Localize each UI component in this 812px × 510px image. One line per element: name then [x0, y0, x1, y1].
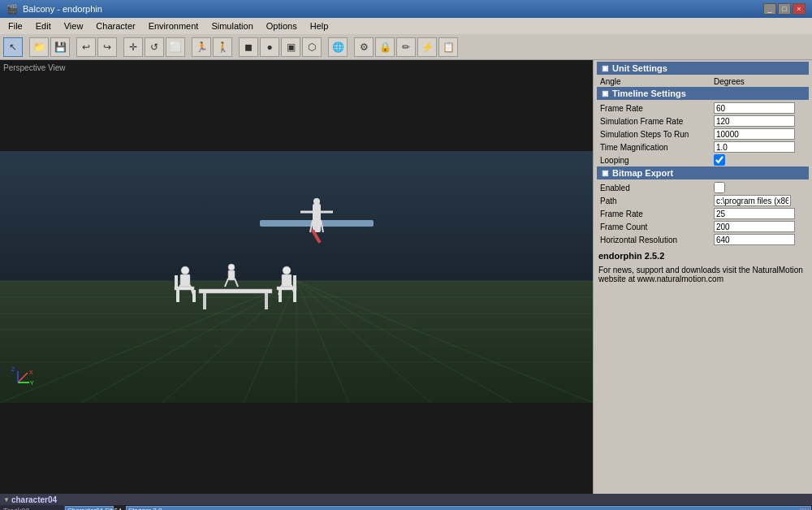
sim-frame-rate-input[interactable] [714, 115, 795, 127]
svg-rect-44 [228, 270, 235, 280]
char-button2[interactable]: 🚶 [213, 37, 232, 57]
track-row: Track02 Character04 Sitting 64 64 Stagge… [0, 505, 812, 510]
sim-button3[interactable]: ✏ [396, 37, 416, 57]
toolbar: ↖ 📁 💾 ↩ ↪ ✛ ↺ ⬜ 🏃 🚶 ◼ ● ▣ ⬡ 🌐 ⚙ 🔒 ✏ ⚡ 📋 [0, 34, 812, 60]
char-button1[interactable]: 🏃 [192, 37, 211, 57]
menu-environment[interactable]: Environment [142, 19, 205, 32]
svg-rect-24 [199, 289, 272, 293]
view-button2[interactable]: ● [260, 37, 279, 57]
select-tool-button[interactable]: ↖ [3, 37, 23, 57]
frame-rate-label: Frame Rate [600, 104, 714, 113]
svg-text:X: X [29, 370, 33, 375]
scene-svg: X Y Z [0, 60, 593, 494]
timeline-settings-header[interactable]: ▣ Timeline Settings [597, 87, 809, 100]
track-group-character04: ▼ character04 Track02 Character04 Sittin… [0, 494, 812, 510]
version-text: endorphin 2.5.2 [594, 248, 812, 264]
frame-count-label: Frame Count [600, 223, 714, 231]
path-input[interactable] [714, 195, 791, 206]
angle-value: Degrees [714, 77, 806, 86]
frame-rate2-input[interactable] [714, 208, 795, 219]
sim-steps-input[interactable] [714, 128, 795, 140]
menu-options[interactable]: Options [260, 19, 304, 32]
time-mag-label: Time Magnification [600, 143, 714, 152]
sim-steps-label: Simulation Steps To Run [600, 130, 714, 139]
close-button[interactable]: × [793, 3, 806, 15]
minimize-button[interactable]: _ [763, 3, 776, 15]
svg-text:Z: Z [11, 366, 15, 372]
menu-simulation[interactable]: Simulation [205, 19, 259, 32]
rotate-button[interactable]: ↺ [145, 37, 164, 57]
menu-edit[interactable]: Edit [29, 19, 58, 32]
frame-rate-input[interactable] [714, 102, 795, 114]
svg-rect-34 [293, 275, 296, 290]
frame-count-input[interactable] [714, 221, 795, 232]
menubar: File Edit View Character Environment Sim… [0, 18, 812, 34]
scale-button[interactable]: ⬜ [166, 37, 185, 57]
globe-button[interactable]: 🌐 [328, 37, 348, 57]
svg-rect-36 [180, 274, 190, 287]
view-button4[interactable]: ⬡ [302, 37, 322, 57]
undo-button[interactable]: ↩ [76, 37, 96, 57]
horiz-res-input[interactable] [714, 234, 795, 245]
svg-point-35 [181, 266, 189, 274]
horiz-res-label: Horizontal Resolution [600, 236, 714, 244]
time-mag-input[interactable] [714, 141, 795, 153]
translate-button[interactable]: ✛ [123, 37, 143, 57]
menu-file[interactable]: File [2, 19, 29, 32]
svg-rect-30 [175, 275, 178, 290]
save-button[interactable]: 💾 [50, 37, 70, 57]
svg-point-21 [313, 198, 320, 205]
title-text: Balcony - endorphin [23, 4, 102, 14]
redo-button[interactable]: ↪ [97, 37, 117, 57]
sim-button4[interactable]: ⚡ [417, 37, 437, 57]
website-text: For news, support and downloads visit th… [594, 264, 812, 285]
svg-point-43 [228, 264, 235, 270]
clip-char04-stagger[interactable]: Stagger 2.0 [126, 506, 811, 510]
menu-view[interactable]: View [58, 19, 90, 32]
svg-text:Y: Y [30, 380, 34, 386]
svg-point-39 [283, 266, 291, 274]
open-button[interactable]: 📁 [29, 37, 49, 57]
angle-label: Angle [600, 77, 714, 86]
clip-char04-sitting[interactable]: Character04 Sitting [65, 506, 114, 510]
frame-rate2-label: Frame Rate [600, 210, 714, 218]
svg-rect-40 [282, 274, 292, 287]
unit-settings-header[interactable]: ▣ Unit Settings [597, 62, 809, 75]
timeline-area: ▼ character04 Track02 Character04 Sittin… [0, 494, 812, 510]
svg-rect-25 [203, 293, 206, 309]
viewport[interactable]: Perspective View [0, 60, 593, 494]
view-button1[interactable]: ◼ [239, 37, 258, 57]
titlebar: 🎬 Balcony - endorphin _ □ × [0, 0, 812, 18]
sim-button2[interactable]: 🔒 [375, 37, 395, 57]
menu-help[interactable]: Help [304, 19, 335, 32]
title-icon: 🎬 [6, 4, 18, 15]
sim-frame-rate-label: Simulation Frame Rate [600, 117, 714, 126]
view-button3[interactable]: ▣ [281, 37, 300, 57]
enabled-checkbox[interactable] [714, 182, 725, 193]
track-area[interactable]: ▼ character04 Track02 Character04 Sittin… [0, 494, 812, 510]
svg-rect-26 [265, 293, 268, 309]
path-label: Path [600, 197, 714, 205]
track-group-header-character04[interactable]: ▼ character04 [0, 494, 812, 505]
right-panel: ▣ Unit Settings Angle Degrees ▣ Timeline… [593, 60, 812, 494]
maximize-button[interactable]: □ [778, 3, 791, 15]
menu-character[interactable]: Character [89, 19, 141, 32]
enabled-label: Enabled [600, 184, 714, 192]
svg-rect-18 [313, 204, 321, 232]
main-area: Perspective View [0, 60, 812, 494]
looping-label: Looping [600, 156, 714, 165]
looping-checkbox[interactable] [714, 154, 725, 166]
sim-button5[interactable]: 📋 [438, 37, 458, 57]
sim-button1[interactable]: ⚙ [354, 37, 374, 57]
bitmap-export-header[interactable]: ▣ Bitmap Export [597, 166, 809, 179]
titlebar-controls: _ □ × [763, 3, 806, 15]
